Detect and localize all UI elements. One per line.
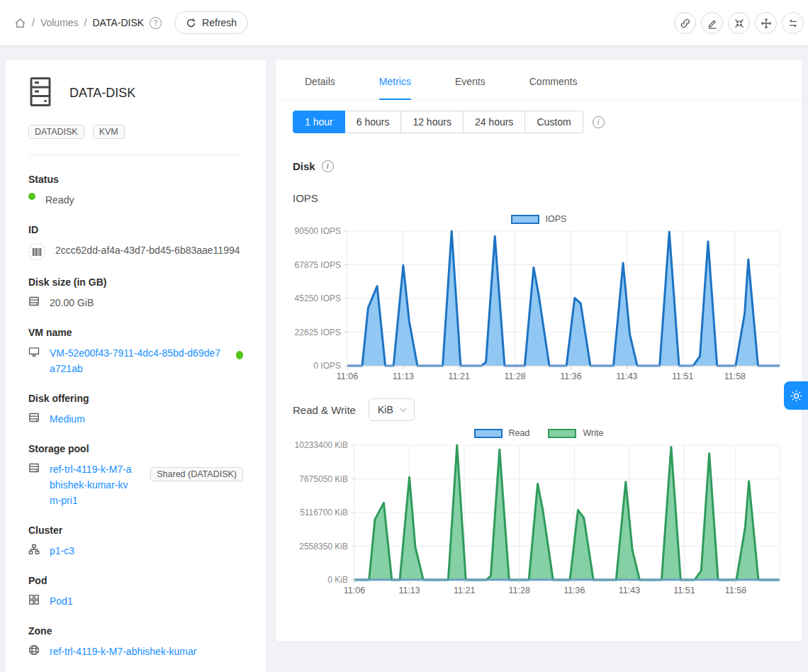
shrink-action-button[interactable] (728, 12, 750, 34)
tab-details[interactable]: Details (305, 76, 335, 99)
tab-metrics[interactable]: Metrics (379, 76, 411, 100)
iops-legend: IOPS (293, 213, 785, 225)
tab-events[interactable]: Events (455, 76, 486, 99)
field-value-storage-pool[interactable]: ref-trl-4119-k-M7-abhishek-kumar-kvm-pri… (50, 461, 133, 508)
refresh-button[interactable]: Refresh (174, 11, 248, 34)
status-dot (28, 193, 35, 200)
disk-info-icon[interactable]: i (322, 160, 334, 172)
field-value-vm-name[interactable]: VM-52e00f43-7911-4dc4-85bd-d69de7a721ab (50, 345, 226, 376)
link-action-button[interactable] (674, 12, 696, 34)
detail-panel: DetailsMetricsEventsComments 1 hour6 hou… (276, 60, 802, 642)
unit-select[interactable]: KiB (369, 398, 415, 421)
field-label: ID (28, 224, 243, 235)
svg-text:5116700 KiB: 5116700 KiB (300, 508, 348, 517)
field-vm-name: VM nameVM-52e00f43-7911-4dc4-85bd-d69de7… (28, 327, 243, 376)
time-range-custom[interactable]: Custom (525, 111, 583, 133)
svg-text:11:13: 11:13 (398, 586, 420, 595)
svg-text:45250 IOPS: 45250 IOPS (295, 293, 341, 303)
refresh-icon (186, 18, 196, 28)
svg-text:11:28: 11:28 (504, 371, 525, 381)
field-label: Zone (28, 625, 243, 637)
svg-text:11:21: 11:21 (454, 586, 475, 595)
field-value-pod[interactable]: Pod1 (50, 593, 73, 609)
field-value-disk-offering[interactable]: Medium (50, 411, 85, 427)
svg-text:11:06: 11:06 (337, 371, 358, 381)
edit-action-button[interactable] (701, 12, 723, 34)
field-label: VM name (28, 327, 243, 338)
time-range-1-hour[interactable]: 1 hour (293, 111, 345, 133)
globe-icon (28, 644, 40, 656)
breadcrumb-volumes[interactable]: Volumes (40, 17, 79, 28)
field-value-status: Ready (45, 192, 74, 208)
resource-tags: DATADISKKVM (28, 125, 243, 139)
field-value-disk-size: 20.00 GiB (50, 295, 94, 310)
help-icon[interactable]: ? (150, 17, 162, 29)
home-icon[interactable] (14, 17, 26, 29)
resource-sidebar: DATA-DISK DATADISKKVM StatusReadyID2ccc6… (6, 60, 266, 672)
svg-text:11:58: 11:58 (724, 371, 746, 381)
svg-text:11:51: 11:51 (672, 371, 693, 381)
time-range-group: 1 hour6 hours12 hours24 hoursCustom (293, 111, 583, 133)
time-range-12-hours[interactable]: 12 hours (401, 111, 463, 133)
hdd-icon (28, 412, 40, 423)
svg-text:11:06: 11:06 (344, 586, 365, 595)
time-range-24-hours[interactable]: 24 hours (464, 111, 525, 133)
iops-chart: 90500 IOPS67875 IOPS45250 IOPS22625 IOPS… (293, 227, 785, 386)
swap-action-button[interactable] (782, 12, 804, 34)
svg-text:90500 IOPS: 90500 IOPS (295, 227, 341, 236)
field-storage-pool: Storage poolref-trl-4119-k-M7-abhishek-k… (28, 443, 243, 508)
field-value-zone[interactable]: ref-trl-4119-k-M7-abhishek-kumar (50, 644, 196, 659)
resource-tag: KVM (93, 125, 125, 139)
breadcrumb-separator-2: / (84, 17, 87, 28)
page-title: DATA-DISK (69, 86, 135, 101)
svg-text:11:13: 11:13 (393, 371, 414, 381)
time-range-6-hours[interactable]: 6 hours (345, 111, 402, 133)
field-disk-offering: Disk offeringMedium (28, 393, 243, 427)
barcode-icon (28, 243, 45, 260)
tab-bar: DetailsMetricsEventsComments (276, 60, 802, 100)
svg-text:11:28: 11:28 (509, 586, 530, 595)
legend-item-iops: IOPS (511, 213, 567, 225)
svg-text:11:36: 11:36 (560, 371, 581, 381)
field-id: ID2ccc62dd-af4a-43d7-bd45-6b83aae11994 (28, 224, 243, 260)
svg-text:2558350 KiB: 2558350 KiB (299, 542, 348, 551)
field-zone: Zoneref-trl-4119-k-M7-abhishek-kumar (28, 625, 243, 659)
svg-text:11:58: 11:58 (725, 586, 746, 595)
header-actions (674, 12, 804, 34)
field-value-cluster[interactable]: p1-c3 (50, 543, 74, 559)
field-disk-size: Disk size (in GB)20.00 GiB (28, 276, 243, 310)
field-cluster: Clusterp1-c3 (28, 525, 243, 559)
svg-text:11:36: 11:36 (563, 586, 585, 595)
legend-swatch (511, 215, 539, 224)
field-label: Disk offering (28, 393, 243, 404)
field-label: Cluster (28, 525, 243, 536)
svg-text:7675050 KiB: 7675050 KiB (299, 474, 348, 484)
disk-section-title: Disk (293, 160, 315, 172)
svg-text:67875 IOPS: 67875 IOPS (295, 260, 341, 270)
move-icon (761, 18, 772, 29)
link-icon (680, 18, 691, 29)
grid-icon (28, 594, 40, 605)
hdd-icon (28, 296, 40, 307)
svg-text:11:43: 11:43 (616, 371, 637, 381)
legend-item-write: Write (548, 427, 603, 439)
rw-chart-title: Read & Write (293, 404, 356, 416)
swap-icon (787, 18, 799, 29)
svg-text:11:43: 11:43 (619, 586, 640, 595)
tab-comments[interactable]: Comments (529, 76, 578, 99)
move-action-button[interactable] (755, 12, 777, 34)
field-label: Disk size (in GB) (28, 276, 243, 288)
gear-icon (790, 389, 803, 403)
breadcrumb-current: DATA-DISK (92, 17, 144, 28)
field-label: Pod (28, 575, 243, 586)
field-label: Status (28, 174, 243, 185)
legend-swatch (474, 429, 503, 438)
field-pod: PodPod1 (28, 575, 243, 609)
storage-pool-tag: Shared (DATADISK) (150, 467, 243, 481)
iops-chart-title: IOPS (293, 192, 785, 204)
rw-chart: 10233400 KiB7675050 KiB5116700 KiB255835… (293, 441, 785, 600)
time-range-info-icon[interactable]: i (593, 116, 605, 128)
svg-text:11:21: 11:21 (449, 371, 470, 381)
legend-swatch (548, 429, 576, 438)
settings-fab[interactable] (784, 381, 808, 410)
